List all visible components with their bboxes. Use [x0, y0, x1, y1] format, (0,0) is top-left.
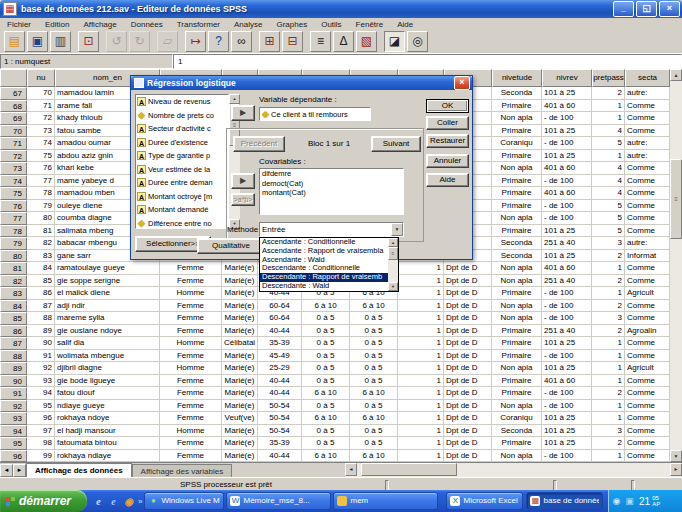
cell-pretpass[interactable]: 5 — [592, 225, 625, 238]
cell-nivetude[interactable]: Seconda — [492, 237, 542, 250]
row-header[interactable]: 71 — [0, 137, 27, 150]
cell-nivetude[interactable]: Primaire — [492, 225, 542, 238]
cell-duree2[interactable]: 6 à 10 — [350, 387, 398, 400]
scroll-up-icon[interactable]: ▲ — [670, 69, 682, 81]
cell-duree1[interactable]: 0 à 5 — [302, 375, 350, 388]
cell-sexe[interactable]: Femme — [160, 375, 222, 388]
cell-nivetude[interactable]: Primaire — [492, 337, 542, 350]
cell-nu[interactable]: 73 — [27, 125, 55, 138]
covariate-item[interactable]: montant(Cat) — [260, 188, 403, 198]
horizontal-scroll-thumb[interactable] — [361, 463, 457, 476]
scroll-down-icon[interactable]: ▼ — [670, 450, 682, 462]
cell-sexe[interactable]: Homme — [160, 287, 222, 300]
cell-dept[interactable]: Dpt de D — [444, 312, 492, 325]
cell-nu[interactable]: 95 — [27, 400, 55, 413]
cell-nom[interactable]: rokhaya ndoye — [55, 412, 160, 425]
cell-etat[interactable]: Marié(e) — [222, 425, 258, 438]
cell-secta[interactable]: Comme — [625, 412, 670, 425]
cell-secta[interactable]: Comme — [625, 300, 670, 313]
restore-button[interactable]: ◱ — [636, 1, 657, 17]
cell-nivetude[interactable]: Primaire — [492, 387, 542, 400]
row-header[interactable]: 79 — [0, 237, 27, 250]
cell-age[interactable]: 35-39 — [258, 337, 302, 350]
cell-duree1[interactable]: 6 à 10 — [302, 300, 350, 313]
cell-duree2[interactable]: 0 à 5 — [350, 425, 398, 438]
use-sets-icon[interactable]: ◎ — [407, 31, 428, 52]
row-header[interactable]: 83 — [0, 287, 27, 300]
row-header[interactable]: 78 — [0, 225, 27, 238]
cell-secta[interactable]: Comme — [625, 212, 670, 225]
row-header[interactable]: 85 — [0, 312, 27, 325]
cell-npret[interactable]: 1 — [398, 300, 444, 313]
cell-secta[interactable]: Comme — [625, 125, 670, 138]
cell-nivetude[interactable]: Non apla — [492, 212, 542, 225]
cell-nivetude[interactable]: Primaire — [492, 287, 542, 300]
menu-aide[interactable]: Aide — [390, 20, 420, 29]
cell-nu[interactable]: 89 — [27, 325, 55, 338]
weight-cases-icon[interactable]: Δ — [333, 31, 354, 52]
cell-pretpass[interactable]: 1 — [592, 100, 625, 113]
nu-column-header[interactable]: nu — [27, 69, 55, 87]
cell-dept[interactable]: Dpt de D — [444, 400, 492, 413]
dependent-variable-field[interactable]: ◆ Ce client a til rembours — [259, 107, 371, 121]
cell-duree1[interactable]: 0 à 5 — [302, 437, 350, 450]
cell-duree2[interactable]: 0 à 5 — [350, 350, 398, 363]
cell-duree2[interactable]: 0 à 5 — [350, 337, 398, 350]
cell-pretpass[interactable]: 1 — [592, 262, 625, 275]
cell-npret[interactable]: 1 — [398, 337, 444, 350]
cell-etat[interactable]: Veuf(ve) — [222, 412, 258, 425]
cell-nivetude[interactable]: Primaire — [492, 437, 542, 450]
tray-network-icon[interactable]: ▣ — [624, 496, 635, 507]
open-file-icon[interactable]: ▤ — [4, 31, 25, 52]
row-header[interactable]: 95 — [0, 437, 27, 450]
cell-nu[interactable]: 78 — [27, 187, 55, 200]
method-option[interactable]: Descendante : Wald — [260, 282, 388, 291]
variable-item[interactable]: ASecteur d'activité c — [136, 122, 228, 136]
cell-pretpass[interactable]: 4 — [592, 162, 625, 175]
menu-donne-es[interactable]: Données — [124, 20, 170, 29]
menu-outils[interactable]: Outils — [314, 20, 348, 29]
cell-age[interactable]: 50-54 — [258, 400, 302, 413]
cell-sexe[interactable]: Femme — [160, 387, 222, 400]
cell-pretpass[interactable]: 2 — [592, 275, 625, 288]
cell-nom[interactable]: ramatoulaye gueye — [55, 262, 160, 275]
cell-pretpass[interactable]: 1 — [592, 450, 625, 463]
cell-nivetude[interactable]: Primaire — [492, 187, 542, 200]
scroll-thumb[interactable]: ≡ — [388, 247, 398, 260]
cell-nu[interactable]: 86 — [27, 287, 55, 300]
reset-button[interactable]: Restaurer — [426, 134, 469, 148]
cell-duree2[interactable]: 6 à 10 — [350, 300, 398, 313]
tab-scroll-right-icon[interactable]: ► — [13, 464, 26, 477]
cell-nu[interactable]: 75 — [27, 150, 55, 163]
cell-etat[interactable]: Marié(e) — [222, 262, 258, 275]
goto-case-icon[interactable]: ↦ — [185, 31, 206, 52]
cell-duree1[interactable]: 0 à 5 — [302, 362, 350, 375]
cell-nivrev[interactable]: - de 100 — [542, 300, 592, 313]
menu-edition[interactable]: Edition — [38, 20, 76, 29]
cell-dept[interactable]: Dpt de D — [444, 362, 492, 375]
cell-duree1[interactable]: 0 à 5 — [302, 337, 350, 350]
cell-nu[interactable]: 88 — [27, 312, 55, 325]
cell-npret[interactable]: 1 — [398, 412, 444, 425]
row-header[interactable]: 69 — [0, 112, 27, 125]
cell-nivrev[interactable]: 101 à 25 — [542, 150, 592, 163]
cell-age[interactable]: 60-64 — [258, 312, 302, 325]
cell-etat[interactable]: Marié(e) — [222, 325, 258, 338]
variables-info-icon[interactable]: ? — [208, 31, 229, 52]
variable-item[interactable]: ◆Nombre de prets co — [136, 109, 228, 123]
variable-item[interactable]: AMontant demandé — [136, 203, 228, 217]
cell-npret[interactable]: 1 — [398, 400, 444, 413]
taskbar-item-me-moire-mse-8[interactable]: WMémoire_mse_8... — [226, 492, 331, 510]
cell-nu[interactable]: 72 — [27, 112, 55, 125]
cell-nu[interactable]: 98 — [27, 437, 55, 450]
cell-secta[interactable]: Comme — [625, 337, 670, 350]
variable-item[interactable]: ADurée entre deman — [136, 176, 228, 190]
cell-sexe[interactable]: Femme — [160, 300, 222, 313]
cell-age[interactable]: 25-29 — [258, 362, 302, 375]
cell-dept[interactable]: Dpt de D — [444, 325, 492, 338]
cell-pretpass[interactable]: 3 — [592, 312, 625, 325]
cell-dept[interactable]: Dpt de D — [444, 412, 492, 425]
cell-nivrev[interactable]: - de 100 — [542, 212, 592, 225]
cell-nivetude[interactable]: Non apla — [492, 312, 542, 325]
cell-nu[interactable]: 71 — [27, 100, 55, 113]
